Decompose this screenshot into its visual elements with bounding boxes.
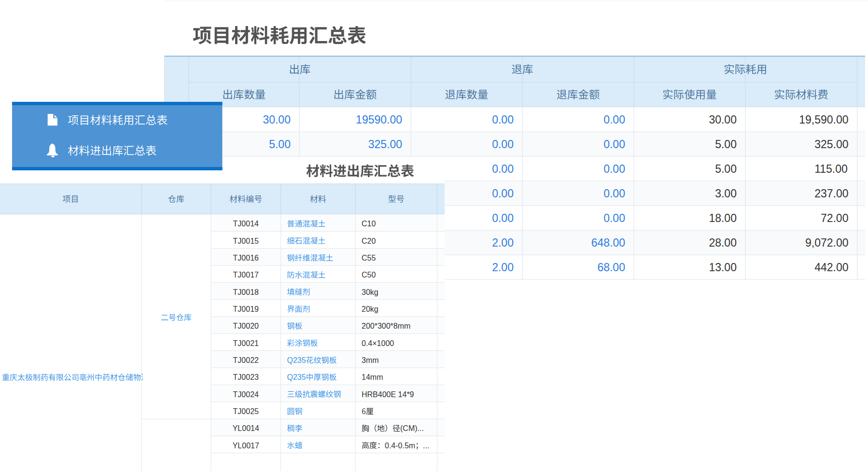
svg-text:0.00: 0.00 <box>492 138 514 151</box>
svg-text:30.00: 30.00 <box>263 113 291 126</box>
svg-text:YL0014: YL0014 <box>233 424 259 432</box>
svg-text:28.00: 28.00 <box>709 236 737 249</box>
svg-text:0.4-0.5m: 0.4-0.5m <box>385 442 415 450</box>
svg-text:(CM)...: (CM)... <box>400 424 424 432</box>
svg-text:C55: C55 <box>362 254 376 262</box>
svg-text:0.00: 0.00 <box>492 187 514 200</box>
svg-text:TJ0024: TJ0024 <box>233 390 259 399</box>
svg-text:0.00: 0.00 <box>492 212 514 224</box>
svg-text:30kg: 30kg <box>362 288 378 296</box>
svg-text:...: ... <box>423 442 429 450</box>
svg-text:2.00: 2.00 <box>492 236 514 249</box>
svg-text:72.00: 72.00 <box>821 212 849 224</box>
svg-text:115.00: 115.00 <box>814 163 848 175</box>
svg-text:TJ0018: TJ0018 <box>233 288 259 296</box>
svg-text:TJ0015: TJ0015 <box>233 237 259 245</box>
svg-text:14mm: 14mm <box>362 373 383 381</box>
svg-text:TJ0020: TJ0020 <box>233 322 259 330</box>
svg-text:C20: C20 <box>362 237 376 245</box>
svg-text:TJ0019: TJ0019 <box>233 305 259 313</box>
svg-text:TJ0025: TJ0025 <box>233 407 259 416</box>
svg-text:0.00: 0.00 <box>492 163 514 175</box>
svg-text:13.00: 13.00 <box>709 261 737 274</box>
svg-text:C10: C10 <box>362 220 376 228</box>
svg-text:3.00: 3.00 <box>715 187 737 200</box>
svg-text:68.00: 68.00 <box>597 261 625 274</box>
svg-text:0.00: 0.00 <box>603 187 625 200</box>
svg-text:19,590.00: 19,590.00 <box>799 113 848 126</box>
svg-text:TJ0021: TJ0021 <box>233 339 259 347</box>
svg-text:C50: C50 <box>362 271 376 279</box>
svg-text:2.00: 2.00 <box>492 261 514 274</box>
svg-text:30.00: 30.00 <box>709 113 737 126</box>
svg-text:20kg: 20kg <box>362 305 378 313</box>
svg-text:Q235: Q235 <box>287 356 306 364</box>
svg-text:Q235: Q235 <box>287 373 306 381</box>
svg-text:5.00: 5.00 <box>715 163 737 175</box>
svg-text:237.00: 237.00 <box>814 187 848 200</box>
svg-text:3mm: 3mm <box>362 356 379 364</box>
svg-text:TJ0016: TJ0016 <box>233 254 259 262</box>
svg-text:5.00: 5.00 <box>715 138 737 151</box>
svg-text:5.00: 5.00 <box>269 138 291 151</box>
svg-text:9,072.00: 9,072.00 <box>805 236 849 249</box>
svg-text:HRB400E 14*9: HRB400E 14*9 <box>362 390 414 399</box>
svg-text:18.00: 18.00 <box>709 212 737 224</box>
svg-text:0.00: 0.00 <box>492 113 514 126</box>
svg-text:YL0017: YL0017 <box>233 442 259 450</box>
svg-text:0.4×1000: 0.4×1000 <box>362 339 394 347</box>
svg-text:TJ0017: TJ0017 <box>233 271 259 279</box>
svg-text:0.00: 0.00 <box>603 113 625 126</box>
svg-text:200*300*8mm: 200*300*8mm <box>362 322 410 330</box>
svg-text:TJ0023: TJ0023 <box>233 373 259 381</box>
svg-text:TJ0022: TJ0022 <box>233 356 259 364</box>
svg-text:442.00: 442.00 <box>814 261 848 274</box>
svg-text:325.00: 325.00 <box>814 138 848 151</box>
svg-text:648.00: 648.00 <box>591 236 625 249</box>
svg-text:0.00: 0.00 <box>603 138 625 151</box>
svg-text:0.00: 0.00 <box>603 163 625 175</box>
svg-text:19590.00: 19590.00 <box>356 113 402 126</box>
svg-text:TJ0014: TJ0014 <box>233 220 259 228</box>
svg-text:325.00: 325.00 <box>368 138 402 151</box>
svg-text:0.00: 0.00 <box>603 212 625 224</box>
